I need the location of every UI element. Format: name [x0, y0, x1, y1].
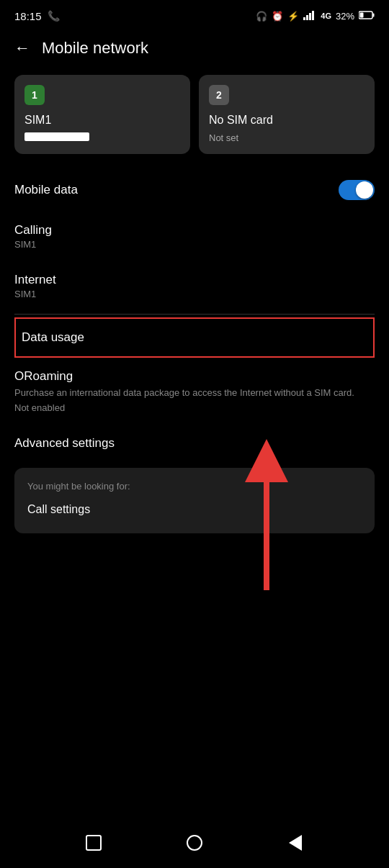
svg-rect-6 [360, 12, 364, 17]
recent-apps-icon [86, 835, 102, 851]
headphone-icon: 🎧 [256, 11, 267, 22]
sim1-card[interactable]: 1 SIM1 [14, 75, 190, 154]
oroaming-title: ORoaming [14, 369, 375, 384]
internet-label: Internet [14, 273, 375, 287]
internet-row[interactable]: Internet SIM1 [14, 261, 375, 311]
divider-1 [14, 314, 375, 315]
mobile-data-label: Mobile data [14, 183, 339, 197]
sim-cards-section: 1 SIM1 2 No SIM card Not set [0, 68, 389, 168]
alarm-icon: ⏰ [272, 11, 283, 22]
sim2-name: No SIM card [209, 114, 365, 127]
sim1-bar [24, 132, 89, 141]
suggestion-title: You might be looking for: [27, 481, 362, 492]
calling-subtitle: SIM1 [14, 239, 375, 250]
sim2-subtitle: Not set [209, 132, 365, 143]
status-time: 18:15 [14, 10, 42, 22]
home-icon [187, 835, 202, 851]
network-4g-icon: 4G [321, 12, 331, 20]
internet-subtitle: SIM1 [14, 289, 375, 299]
oroaming-row[interactable]: ORoaming Purchase an international data … [14, 358, 375, 425]
suggestion-box: You might be looking for: Call settings [14, 468, 375, 533]
status-left: 18:15 📞 [14, 10, 60, 22]
calling-row[interactable]: Calling SIM1 [14, 212, 375, 261]
home-button[interactable] [184, 832, 205, 854]
data-usage-label: Data usage [16, 330, 84, 345]
oroaming-status: Not enabled [14, 402, 375, 413]
toggle-knob [356, 181, 373, 199]
recent-apps-button[interactable] [83, 832, 104, 854]
back-nav-icon [289, 835, 302, 851]
advanced-settings-label: Advanced settings [14, 436, 375, 451]
back-nav-button[interactable] [285, 832, 306, 854]
sim2-card[interactable]: 2 No SIM card Not set [199, 75, 375, 154]
sim2-badge: 2 [209, 85, 229, 105]
svg-rect-3 [312, 11, 314, 20]
svg-rect-5 [373, 13, 375, 17]
status-right: 🎧 ⏰ ⚡ 4G 32% [256, 10, 375, 22]
mobile-data-toggle[interactable] [339, 180, 375, 200]
svg-rect-2 [309, 13, 311, 20]
mobile-data-row[interactable]: Mobile data [14, 168, 375, 212]
svg-rect-0 [303, 17, 305, 20]
suggestion-call-settings[interactable]: Call settings [27, 499, 362, 520]
phone-call-icon: 📞 [48, 10, 60, 22]
sim1-badge: 1 [24, 85, 45, 105]
sim1-name: SIM1 [24, 114, 180, 127]
bluetooth-icon: ⚡ [287, 11, 299, 22]
page-header: ← Mobile network [0, 29, 389, 68]
svg-rect-1 [306, 15, 308, 20]
advanced-settings-row[interactable]: Advanced settings [14, 425, 375, 462]
back-button[interactable]: ← [14, 39, 30, 58]
battery-level: 32% [336, 11, 354, 22]
page-title: Mobile network [42, 39, 148, 58]
signal-icon [303, 10, 316, 22]
settings-list: Mobile data Calling SIM1 Internet SIM1 D… [0, 168, 389, 462]
calling-label: Calling [14, 223, 375, 238]
oroaming-description: Purchase an international data package t… [14, 386, 375, 399]
battery-icon [359, 11, 375, 22]
status-bar: 18:15 📞 🎧 ⏰ ⚡ 4G 32% [0, 0, 389, 29]
nav-bar [0, 818, 389, 868]
data-usage-row[interactable]: Data usage [14, 317, 375, 358]
